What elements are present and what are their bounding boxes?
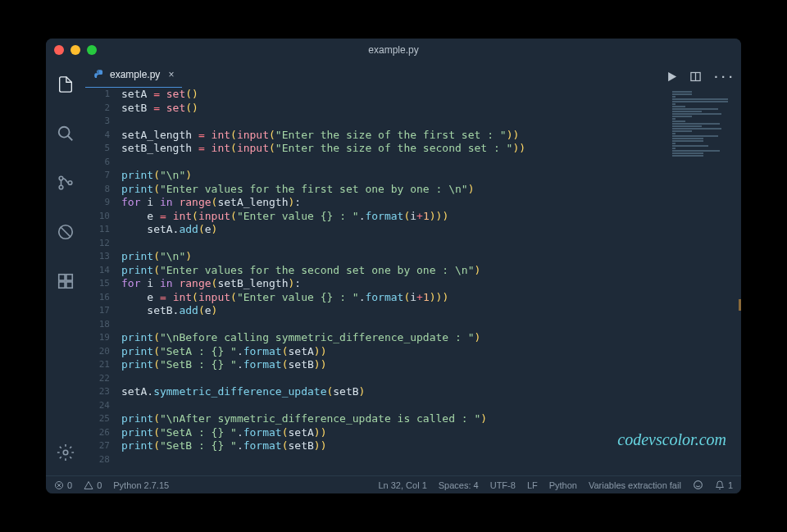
status-python-version[interactable]: Python 2.7.15: [113, 480, 169, 490]
status-errors[interactable]: 0: [54, 480, 72, 490]
run-icon[interactable]: [666, 70, 678, 83]
minimize-window-button[interactable]: [71, 45, 80, 55]
tab-example-py[interactable]: example.py ×: [85, 61, 182, 88]
svg-point-11: [63, 450, 68, 455]
svg-point-17: [694, 481, 703, 489]
maximize-window-button[interactable]: [87, 45, 97, 55]
svg-point-4: [68, 181, 72, 185]
debug-icon[interactable]: [46, 216, 85, 248]
status-extra[interactable]: Variables extraction fail: [589, 480, 681, 490]
svg-rect-8: [66, 275, 72, 280]
editor[interactable]: 1234567891011121314151617181920212223242…: [85, 88, 741, 475]
svg-rect-9: [59, 282, 65, 288]
line-number-gutter: 1234567891011121314151617181920212223242…: [85, 88, 121, 475]
status-language[interactable]: Python: [549, 480, 577, 490]
body: example.py × ··· 12345678910111213141516…: [46, 61, 741, 475]
status-cursor-position[interactable]: Ln 32, Col 1: [378, 480, 426, 490]
titlebar: example.py: [46, 39, 741, 61]
tab-filename: example.py: [110, 69, 160, 80]
window-controls: [54, 45, 97, 55]
editor-actions: ···: [666, 65, 735, 88]
activity-bar: [46, 61, 85, 475]
python-file-icon: [93, 69, 105, 80]
extensions-icon[interactable]: [46, 265, 85, 298]
close-window-button[interactable]: [54, 45, 64, 55]
status-encoding[interactable]: UTF-8: [490, 480, 516, 490]
status-notifications[interactable]: 1: [715, 480, 733, 490]
search-icon[interactable]: [46, 117, 85, 150]
window-title: example.py: [368, 44, 418, 56]
explorer-icon[interactable]: [46, 68, 85, 101]
svg-point-3: [59, 185, 63, 189]
status-indentation[interactable]: Spaces: 4: [439, 480, 479, 490]
svg-point-2: [59, 176, 63, 180]
editor-window: example.py: [46, 39, 741, 493]
svg-point-0: [59, 127, 70, 138]
watermark: codevscolor.com: [617, 430, 726, 449]
status-feedback-icon[interactable]: [693, 480, 703, 490]
status-warnings[interactable]: 0: [84, 480, 102, 490]
close-tab-icon[interactable]: ×: [168, 69, 174, 80]
svg-rect-10: [66, 282, 72, 288]
source-control-icon[interactable]: [46, 166, 85, 199]
split-editor-icon[interactable]: [689, 70, 702, 83]
status-eol[interactable]: LF: [527, 480, 538, 490]
code-content[interactable]: setA = set()setB = set()setA_length = in…: [121, 88, 741, 475]
svg-line-6: [61, 228, 71, 237]
tab-bar: example.py × ···: [85, 61, 741, 88]
editor-area: example.py × ··· 12345678910111213141516…: [85, 61, 741, 475]
scrollbar-marker: [739, 299, 741, 311]
svg-rect-7: [59, 275, 65, 280]
svg-line-1: [68, 136, 73, 141]
settings-gear-icon[interactable]: [46, 436, 85, 469]
status-bar: 0 0 Python 2.7.15 Ln 32, Col 1 Spaces: 4…: [46, 475, 741, 493]
more-actions-icon[interactable]: ···: [713, 70, 735, 83]
